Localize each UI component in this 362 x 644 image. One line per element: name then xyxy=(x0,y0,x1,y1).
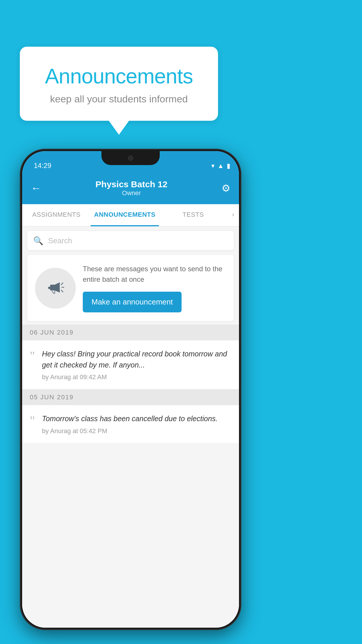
phone-mockup: 14:29 ▾ ▲ ▮ ← Physics Batch 12 Owner ⚙ xyxy=(20,149,241,630)
make-announcement-button[interactable]: Make an announcement xyxy=(83,292,182,312)
back-button[interactable]: ← xyxy=(31,182,41,194)
search-placeholder-text: Search xyxy=(48,236,72,245)
phone-notch xyxy=(101,151,160,165)
promo-card: These are messages you want to send to t… xyxy=(27,255,234,321)
wifi-icon: ▾ xyxy=(211,162,215,170)
search-icon: 🔍 xyxy=(33,236,43,246)
phone-outer: 14:29 ▾ ▲ ▮ ← Physics Batch 12 Owner ⚙ xyxy=(20,149,241,630)
speech-bubble-container: Announcements keep all your students inf… xyxy=(20,47,218,121)
announcement-content-1: Hey class! Bring your practical record b… xyxy=(42,349,231,381)
status-icons: ▾ ▲ ▮ xyxy=(211,162,230,170)
announcements-title: Announcements xyxy=(34,64,203,88)
status-time: 14:29 xyxy=(31,162,51,170)
app-header: ← Physics Batch 12 Owner ⚙ xyxy=(22,172,239,204)
date-divider-june5: 05 JUN 2019 xyxy=(22,389,239,405)
header-title-group: Physics Batch 12 Owner xyxy=(41,179,222,197)
megaphone-icon xyxy=(44,276,67,300)
megaphone-icon-circle xyxy=(35,268,76,309)
announcement-item-1[interactable]: " Hey class! Bring your practical record… xyxy=(22,340,239,389)
promo-description: These are messages you want to send to t… xyxy=(83,264,226,285)
camera-dot xyxy=(128,155,133,161)
tabs-bar: ASSIGNMENTS ANNOUNCEMENTS TESTS › xyxy=(22,204,239,226)
search-bar[interactable]: 🔍 Search xyxy=(27,231,234,250)
quote-icon-1: " xyxy=(30,350,35,363)
batch-name: Physics Batch 12 xyxy=(41,179,222,189)
announcement-meta-1: by Anurag at 09:42 AM xyxy=(42,373,231,381)
announcement-text-2: Tomorrow's class has been cancelled due … xyxy=(42,413,218,424)
phone-screen: 14:29 ▾ ▲ ▮ ← Physics Batch 12 Owner ⚙ xyxy=(22,151,239,628)
speech-bubble: Announcements keep all your students inf… xyxy=(20,47,218,121)
announcement-text-1: Hey class! Bring your practical record b… xyxy=(42,349,231,370)
owner-label: Owner xyxy=(41,189,222,197)
settings-icon[interactable]: ⚙ xyxy=(222,182,230,194)
tab-assignments[interactable]: ASSIGNMENTS xyxy=(22,204,91,226)
announcement-content-2: Tomorrow's class has been cancelled due … xyxy=(42,413,218,435)
battery-icon: ▮ xyxy=(227,162,230,170)
announcements-subtitle: keep all your students informed xyxy=(34,93,203,105)
svg-rect-0 xyxy=(50,285,55,290)
content-area: 🔍 Search xyxy=(22,226,239,628)
svg-line-3 xyxy=(61,290,63,292)
tab-announcements[interactable]: ANNOUNCEMENTS xyxy=(91,204,159,226)
announcement-item-2[interactable]: " Tomorrow's class has been cancelled du… xyxy=(22,405,239,443)
svg-line-1 xyxy=(61,283,63,285)
signal-icon: ▲ xyxy=(217,162,224,170)
quote-icon-2: " xyxy=(30,414,35,427)
announcement-meta-2: by Anurag at 05:42 PM xyxy=(42,427,218,435)
promo-content: These are messages you want to send to t… xyxy=(83,264,226,312)
tab-more[interactable]: › xyxy=(227,204,239,226)
tab-tests[interactable]: TESTS xyxy=(159,204,227,226)
date-divider-june6: 06 JUN 2019 xyxy=(22,325,239,340)
